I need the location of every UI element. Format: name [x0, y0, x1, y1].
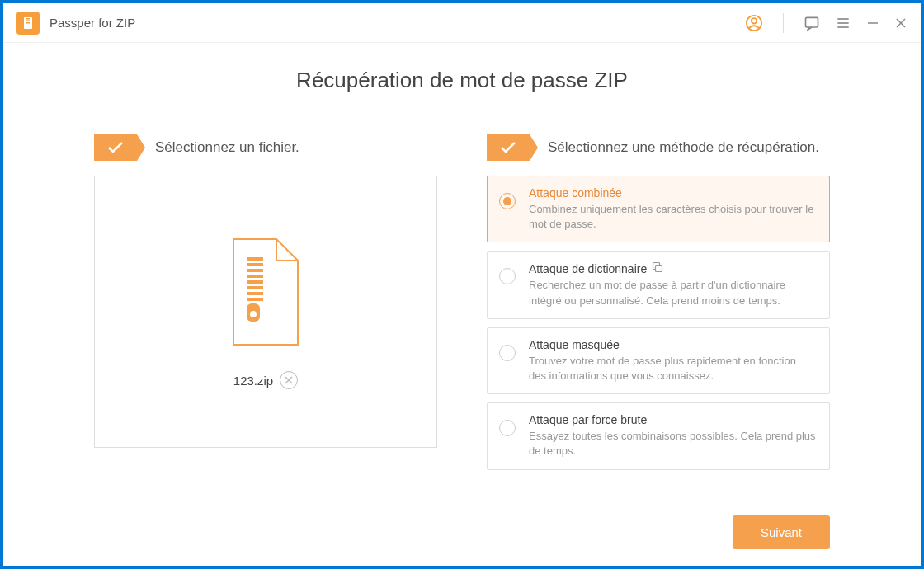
method-mask-attack[interactable]: Attaque masquée Trouvez votre mot de pas… [487, 327, 830, 394]
next-button[interactable]: Suivant [733, 515, 830, 549]
method-dictionary-attack[interactable]: Attaque de dictionnaire Recherchez un mo… [487, 251, 830, 318]
radio-dictionary[interactable] [499, 268, 516, 284]
svg-rect-3 [26, 22, 30, 24]
svg-rect-17 [247, 280, 263, 284]
step1-header: Sélectionnez un fichier. [94, 134, 437, 161]
titlebar-divider [783, 13, 784, 33]
footer: Suivant [94, 492, 830, 549]
feedback-icon[interactable] [804, 15, 820, 31]
filename: 123.zip [233, 374, 273, 388]
minimize-button[interactable] [866, 16, 879, 30]
step2-label: Sélectionnez une méthode de récupération… [548, 139, 819, 156]
step2-header: Sélectionnez une méthode de récupération… [487, 134, 830, 161]
step1-badge [94, 134, 137, 161]
svg-rect-20 [247, 298, 263, 301]
step2-badge [487, 134, 530, 161]
menu-icon[interactable] [835, 15, 851, 31]
method-desc: Essayez toutes les combinaisons possible… [529, 429, 816, 458]
svg-rect-19 [247, 292, 263, 295]
svg-rect-1 [26, 18, 30, 20]
radio-combination[interactable] [499, 193, 516, 209]
svg-rect-6 [806, 17, 818, 27]
app-window: Passper for ZIP Récupération de mot de p… [3, 3, 921, 566]
step-select-method: Sélectionnez une méthode de récupération… [487, 134, 830, 492]
step-select-file: Sélectionnez un fichier. [94, 134, 437, 492]
titlebar-buttons [745, 13, 908, 33]
svg-rect-14 [247, 263, 263, 266]
method-list: Attaque combinée Combinez uniquement les… [487, 176, 830, 470]
svg-rect-18 [247, 286, 263, 289]
method-combination-attack[interactable]: Attaque combinée Combinez uniquement les… [487, 176, 830, 242]
app-title: Passper for ZIP [50, 16, 135, 30]
method-title: Attaque combinée [529, 186, 816, 200]
method-desc: Combinez uniquement les caractères chois… [529, 202, 816, 232]
svg-point-22 [250, 311, 257, 317]
remove-file-button[interactable] [280, 371, 298, 389]
close-button[interactable] [894, 16, 908, 30]
page-title: Récupération de mot de passe ZIP [94, 68, 830, 93]
svg-rect-15 [247, 269, 263, 272]
method-title: Attaque par force brute [529, 413, 816, 426]
content: Récupération de mot de passe ZIP Sélecti… [3, 43, 921, 566]
file-dropzone[interactable]: 123.zip [94, 176, 437, 448]
svg-rect-16 [247, 275, 263, 278]
svg-rect-25 [656, 266, 662, 272]
method-title: Attaque de dictionnaire [529, 261, 816, 275]
method-desc: Trouvez votre mot de passe plus rapideme… [529, 354, 816, 383]
svg-point-5 [752, 18, 757, 23]
radio-mask[interactable] [499, 345, 516, 361]
titlebar: Passper for ZIP [3, 3, 921, 43]
method-desc: Recherchez un mot de passe à partir d'un… [529, 278, 816, 308]
step1-label: Sélectionnez un fichier. [155, 139, 299, 156]
method-brute-force[interactable]: Attaque par force brute Essayez toutes l… [487, 402, 830, 469]
svg-rect-13 [247, 257, 263, 261]
radio-brute-force[interactable] [499, 420, 516, 436]
account-icon[interactable] [745, 14, 763, 32]
columns: Sélectionnez un fichier. [94, 134, 830, 492]
svg-rect-2 [26, 20, 30, 21]
method-title: Attaque masquée [529, 338, 816, 351]
filename-row: 123.zip [233, 371, 298, 389]
copy-icon [652, 261, 663, 275]
app-icon [16, 12, 40, 35]
zip-file-icon [229, 234, 303, 353]
